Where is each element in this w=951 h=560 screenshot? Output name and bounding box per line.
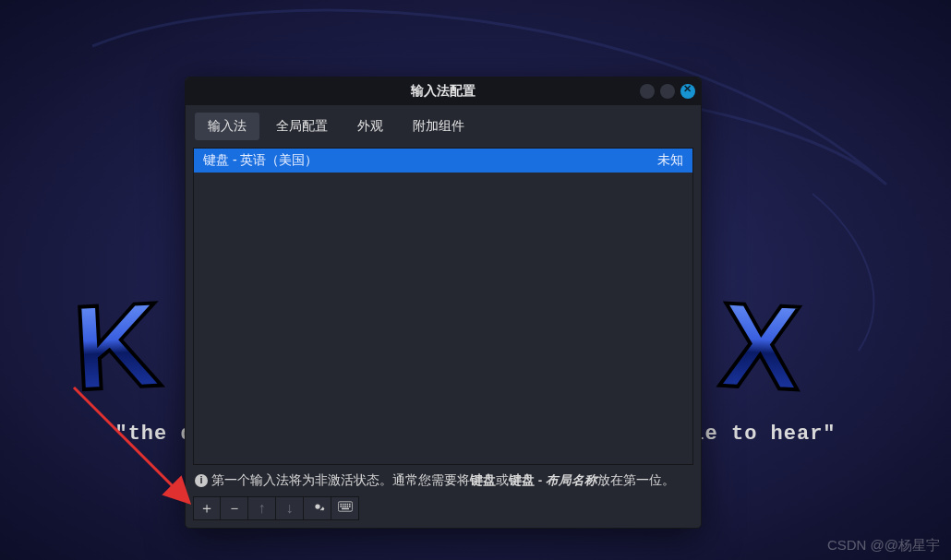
svg-rect-16	[342, 504, 343, 506]
ime-status: 未知	[657, 152, 683, 169]
svg-text:K: K	[70, 277, 163, 416]
svg-rect-25	[342, 508, 349, 510]
keyboard-icon	[338, 500, 353, 517]
ime-list[interactable]: 键盘 - 英语（美国） 未知	[193, 148, 693, 465]
settings-button[interactable]	[304, 496, 331, 520]
svg-rect-17	[344, 504, 346, 506]
add-button[interactable]: ＋	[193, 496, 221, 520]
list-item[interactable]: 键盘 - 英语（美国） 未知	[194, 149, 692, 173]
svg-rect-24	[349, 506, 351, 507]
svg-rect-22	[344, 506, 346, 507]
ime-config-window: 输入法配置 输入法 全局配置 外观 附加组件 键盘 - 英语（美国） 未知 i …	[185, 77, 702, 529]
remove-button[interactable]: －	[221, 496, 248, 520]
toolbar: ＋ － ↑ ↓	[186, 493, 701, 528]
gear-icon	[310, 500, 325, 517]
watermark: CSDN @@杨星宇	[827, 537, 940, 554]
move-down-button[interactable]: ↓	[276, 496, 304, 520]
close-button[interactable]	[680, 84, 695, 99]
ime-name: 键盘 - 英语（美国）	[203, 152, 318, 169]
titlebar: 输入法配置	[186, 77, 701, 105]
tab-appearance[interactable]: 外观	[344, 113, 396, 140]
maximize-button[interactable]	[660, 84, 675, 99]
tabbar: 输入法 全局配置 外观 附加组件	[186, 105, 701, 148]
tab-global-config[interactable]: 全局配置	[263, 113, 341, 140]
svg-rect-21	[342, 506, 343, 507]
svg-rect-18	[346, 504, 348, 506]
move-up-button[interactable]: ↑	[248, 496, 276, 520]
svg-rect-23	[346, 506, 348, 507]
svg-rect-19	[349, 504, 351, 506]
tab-addons[interactable]: 附加组件	[400, 113, 477, 140]
keyboard-button[interactable]	[331, 496, 359, 520]
svg-rect-15	[340, 504, 342, 506]
svg-rect-20	[340, 506, 342, 507]
info-icon: i	[195, 474, 208, 487]
window-title: 输入法配置	[186, 83, 701, 100]
svg-text:X: X	[716, 277, 803, 415]
tab-input-method[interactable]: 输入法	[195, 113, 259, 140]
hint-text: i 第一个输入法将为非激活状态。通常您需要将键盘或键盘 - 布局名称放在第一位。	[186, 465, 701, 493]
minimize-button[interactable]	[640, 84, 655, 99]
